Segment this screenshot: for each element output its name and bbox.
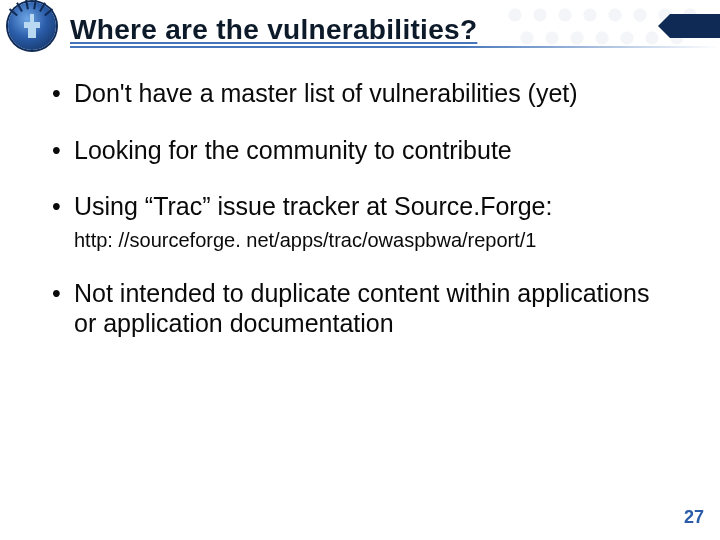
slide-title: Where are the vulnerabilities? [70, 14, 477, 46]
owasp-logo-icon [8, 2, 64, 58]
bullet-item: Not intended to duplicate content within… [48, 278, 670, 339]
bullet-item: Don't have a master list of vulnerabilit… [48, 78, 670, 109]
bullet-text: Looking for the community to contribute [74, 136, 512, 164]
page-number: 27 [684, 507, 704, 528]
title-underline [70, 46, 720, 48]
slide-body: Don't have a master list of vulnerabilit… [0, 60, 720, 339]
bullet-text: Not intended to duplicate content within… [74, 279, 649, 338]
slide: Where are the vulnerabilities? Don't hav… [0, 0, 720, 540]
bullet-item: Looking for the community to contribute [48, 135, 670, 166]
bullet-item: Using “Trac” issue tracker at Source.For… [48, 191, 670, 252]
title-bar: Where are the vulnerabilities? [0, 0, 720, 60]
bullet-sub-url: http: //sourceforge. net/apps/trac/owasp… [74, 228, 670, 252]
bullet-list: Don't have a master list of vulnerabilit… [48, 78, 670, 339]
ribbon-icon [670, 14, 720, 38]
bullet-text: Using “Trac” issue tracker at Source.For… [74, 192, 552, 220]
bullet-text: Don't have a master list of vulnerabilit… [74, 79, 578, 107]
